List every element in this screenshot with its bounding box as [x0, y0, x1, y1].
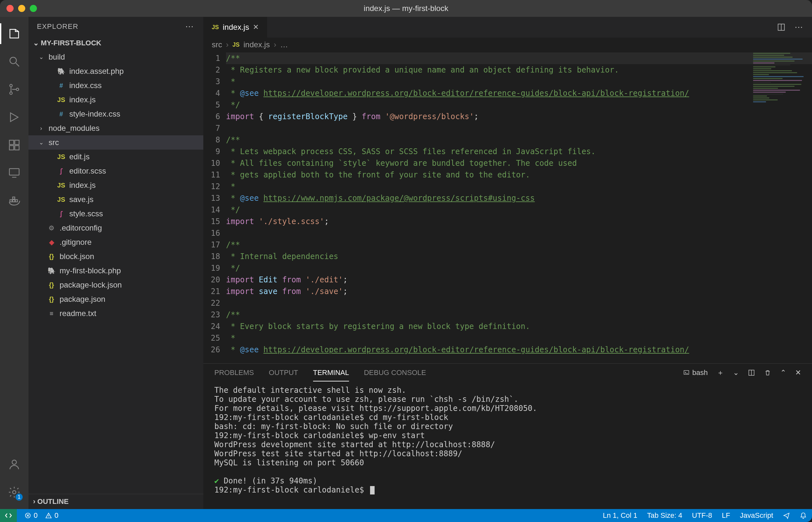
terminal-shell-selector[interactable]: bash	[683, 368, 708, 377]
file-tree-item[interactable]: 🐘my-first-block.php	[28, 264, 203, 278]
breadcrumb-sep: ›	[273, 40, 276, 49]
settings-badge: 1	[16, 494, 23, 501]
source-control-activity-icon[interactable]	[7, 82, 21, 97]
status-errors[interactable]: 0	[25, 511, 38, 520]
file-name: package-lock.json	[60, 280, 122, 289]
docker-activity-icon[interactable]	[7, 194, 21, 208]
outline-section-header[interactable]: › OUTLINE	[28, 494, 203, 509]
file-tree-item[interactable]: JSindex.js	[28, 178, 203, 192]
breadcrumb-tail[interactable]: …	[280, 40, 288, 49]
file-tree-item[interactable]: ʃeditor.scss	[28, 164, 203, 178]
search-activity-icon[interactable]	[7, 54, 21, 69]
file-name: style-index.css	[69, 109, 120, 119]
folder-tree-item[interactable]: ⌄src	[28, 135, 203, 149]
remote-indicator[interactable]	[0, 509, 17, 522]
close-window-button[interactable]	[6, 5, 14, 12]
panel-tab-terminal[interactable]: TERMINAL	[313, 368, 349, 381]
js-file-icon: JS	[57, 96, 65, 104]
file-tree-item[interactable]: JSsave.js	[28, 192, 203, 207]
file-name: .editorconfig	[60, 223, 102, 233]
remote-explorer-activity-icon[interactable]	[7, 166, 21, 180]
gear-file-icon: ⚙	[47, 224, 56, 232]
file-tree-item[interactable]: 🐘index.asset.php	[28, 64, 203, 78]
maximize-panel-icon[interactable]: ⌃	[780, 368, 786, 377]
shell-name: bash	[692, 368, 708, 377]
panel-tab-problems[interactable]: PROBLEMS	[214, 368, 254, 377]
status-cursor-position[interactable]: Ln 1, Col 1	[603, 511, 637, 520]
kill-terminal-icon[interactable]	[764, 369, 771, 376]
run-debug-activity-icon[interactable]	[7, 110, 21, 124]
minimize-window-button[interactable]	[18, 5, 25, 12]
close-tab-icon[interactable]: ✕	[253, 23, 259, 32]
split-terminal-icon[interactable]	[748, 369, 755, 376]
status-tab-size[interactable]: Tab Size: 4	[647, 511, 682, 520]
status-bar: 0 0 Ln 1, Col 1 Tab Size: 4 UTF-8 LF Jav…	[0, 509, 812, 522]
panel-tab-output[interactable]: OUTPUT	[269, 368, 298, 377]
file-tree-item[interactable]: JSedit.js	[28, 149, 203, 164]
explorer-activity-icon[interactable]	[7, 26, 21, 41]
breadcrumb-sep: ›	[226, 40, 228, 49]
editor-area: JS index.js ✕ ⋯ src › JS index.js › … 12…	[203, 17, 812, 509]
file-tree-item[interactable]: ◆.gitignore	[28, 235, 203, 249]
settings-activity-icon[interactable]: 1	[7, 485, 21, 499]
split-editor-icon[interactable]	[777, 23, 786, 32]
status-language[interactable]: JavaScript	[740, 511, 773, 520]
close-panel-icon[interactable]: ✕	[795, 368, 801, 377]
file-tree-item[interactable]: ʃstyle.scss	[28, 207, 203, 221]
extensions-activity-icon[interactable]	[7, 138, 21, 152]
code-editor[interactable]: /** * Registers a new block provided a u…	[226, 52, 812, 363]
txt-file-icon: ≡	[47, 310, 56, 317]
file-tree-item[interactable]: {}block.json	[28, 249, 203, 264]
explorer-sidebar: EXPLORER ⋯ ⌄ MY-FIRST-BLOCK ⌄build🐘index…	[28, 17, 203, 509]
file-name: edit.js	[69, 152, 90, 161]
file-name: index.asset.php	[69, 67, 124, 76]
file-tree-item[interactable]: #style-index.css	[28, 107, 203, 121]
chevron-right-icon: ›	[38, 125, 45, 132]
terminal-dropdown-icon[interactable]: ⌄	[733, 368, 739, 377]
file-name: editor.scss	[69, 166, 106, 176]
file-name: index.js	[69, 95, 96, 104]
breadcrumb-folder[interactable]: src	[212, 40, 222, 49]
status-encoding[interactable]: UTF-8	[692, 511, 712, 520]
window-title: index.js — my-first-block	[364, 4, 448, 13]
chevron-right-icon: ›	[33, 497, 35, 506]
terminal-output[interactable]: The default interactive shell is now zsh…	[203, 382, 812, 509]
file-tree-item[interactable]: {}package-lock.json	[28, 278, 203, 292]
new-terminal-icon[interactable]: ＋	[717, 368, 724, 378]
feedback-icon[interactable]	[783, 512, 790, 519]
file-tree-item[interactable]: #index.css	[28, 78, 203, 93]
folder-tree-item[interactable]: ⌄build	[28, 50, 203, 64]
window-controls	[6, 5, 37, 12]
file-tree-item[interactable]: JSindex.js	[28, 93, 203, 107]
file-name: .gitignore	[60, 238, 92, 247]
sidebar-more-icon[interactable]: ⋯	[185, 22, 195, 32]
js-file-icon: JS	[57, 182, 65, 189]
project-root-header[interactable]: ⌄ MY-FIRST-BLOCK	[28, 36, 203, 50]
js-file-icon: JS	[57, 196, 65, 203]
notifications-icon[interactable]	[800, 512, 807, 519]
file-tree-item[interactable]: ≡readme.txt	[28, 306, 203, 321]
folder-name: node_modules	[48, 124, 99, 133]
git-file-icon: ◆	[47, 238, 56, 246]
file-tree-item[interactable]: {}package.json	[28, 292, 203, 306]
editor-more-icon[interactable]: ⋯	[794, 22, 804, 33]
file-tree-item[interactable]: ⚙.editorconfig	[28, 221, 203, 235]
warning-count: 0	[54, 511, 58, 520]
line-number-gutter[interactable]: 1234567891011121314151617181920212223242…	[203, 52, 226, 363]
outline-label: OUTLINE	[37, 497, 69, 506]
svg-rect-10	[13, 200, 15, 202]
breadcrumb[interactable]: src › JS index.js › …	[203, 38, 812, 52]
json-file-icon: {}	[47, 281, 56, 289]
scss-file-icon: ʃ	[57, 210, 65, 218]
status-eol[interactable]: LF	[722, 511, 730, 520]
chevron-down-icon: ⌄	[33, 39, 39, 47]
panel-tab-debug-console[interactable]: DEBUG CONSOLE	[364, 368, 426, 377]
editor-tab[interactable]: JS index.js ✕	[203, 17, 267, 38]
breadcrumb-file[interactable]: index.js	[243, 40, 270, 49]
accounts-activity-icon[interactable]	[7, 457, 21, 471]
svg-point-1	[10, 84, 12, 87]
minimap[interactable]	[747, 52, 812, 363]
status-warnings[interactable]: 0	[45, 511, 58, 520]
folder-tree-item[interactable]: ›node_modules	[28, 121, 203, 135]
maximize-window-button[interactable]	[30, 5, 37, 12]
